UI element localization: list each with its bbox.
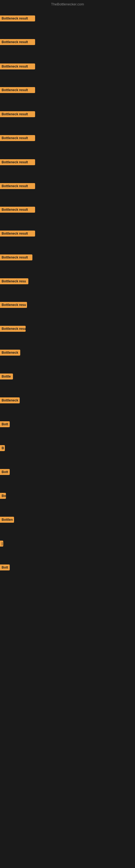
bottleneck-result-label: Bott (0, 564, 10, 570)
bottleneck-result-label: Bottleneck result (0, 254, 32, 260)
bottleneck-result-label: Bottleneck result (0, 39, 35, 45)
bottleneck-result-label: Bottleneck result (0, 183, 35, 189)
bottleneck-result-label: Bottlen (0, 517, 14, 523)
bottleneck-result-label: Bott (0, 421, 10, 427)
bottleneck-result-label: Bottleneck result (0, 111, 35, 117)
bottleneck-result-label: Bo (0, 493, 6, 499)
bottleneck-result-label: Bottleneck result (0, 16, 35, 22)
bottleneck-result-label: Bottleneck resu (0, 326, 26, 332)
bottleneck-result-label: Bottleneck resu (0, 302, 27, 308)
bottleneck-result-label: Bottleneck result (0, 159, 35, 165)
bottleneck-result-label: Bottleneck result (0, 135, 35, 141)
bottleneck-result-label: Bottleneck result (0, 230, 35, 237)
bottleneck-result-label: Bottleneck (0, 397, 20, 403)
bottleneck-result-label: Bottleneck result (0, 207, 35, 213)
bottleneck-result-label: | (0, 540, 3, 547)
site-title: TheBottlenecker.com (51, 2, 84, 6)
bottleneck-result-label: Bottleneck result (0, 63, 35, 69)
bottleneck-result-label: Bottleneck result (0, 87, 35, 93)
bottleneck-result-label: Bottle (0, 373, 13, 379)
bottleneck-result-label: Bottleneck resu (0, 278, 28, 284)
bottleneck-result-label: B (0, 445, 5, 451)
bottleneck-result-label: Bottleneck (0, 350, 20, 355)
bottleneck-result-label: Bott (0, 469, 10, 475)
